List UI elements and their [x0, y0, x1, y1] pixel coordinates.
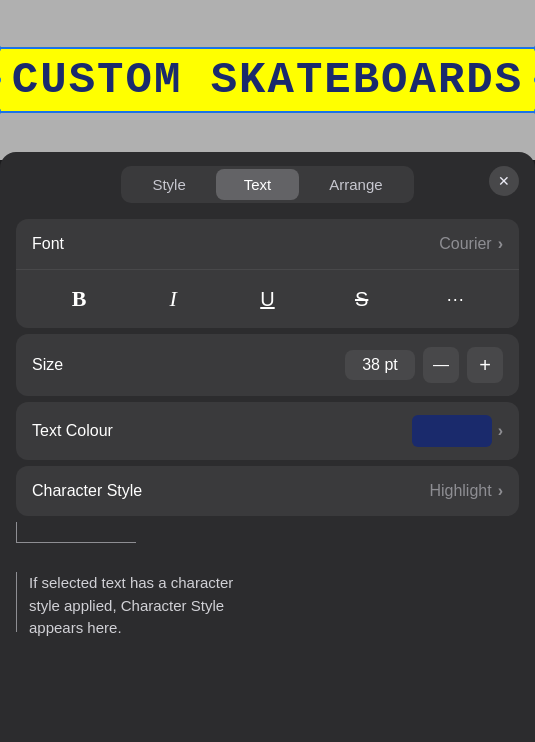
text-element[interactable]: CUSTOM SKATEBOARDS — [0, 47, 535, 113]
strikethrough-button[interactable]: S — [343, 280, 381, 318]
more-button[interactable]: ··· — [437, 280, 475, 318]
italic-icon: I — [170, 286, 177, 312]
bold-button[interactable]: B — [60, 280, 98, 318]
character-style-value: Highlight — [429, 482, 491, 500]
text-colour-chevron-icon: › — [498, 422, 503, 440]
annotation-text: If selected text has a characterstyle ap… — [29, 572, 233, 640]
character-style-row[interactable]: Character Style Highlight › — [16, 466, 519, 516]
tab-bar: Style Text Arrange ✕ — [0, 152, 535, 213]
font-section: Font Courier › B I U S ··· — [16, 219, 519, 328]
text-colour-row[interactable]: Text Colour › — [16, 402, 519, 460]
underline-button[interactable]: U — [248, 280, 286, 318]
handle-ml[interactable] — [0, 77, 1, 84]
bold-icon: B — [72, 286, 87, 312]
size-row: Size 38 pt — + — [16, 334, 519, 396]
text-selection-box: CUSTOM SKATEBOARDS — [0, 47, 535, 113]
font-chevron-icon: › — [498, 235, 503, 253]
tab-text[interactable]: Text — [216, 169, 300, 200]
size-value[interactable]: 38 pt — [345, 350, 415, 380]
italic-button[interactable]: I — [154, 280, 192, 318]
font-row[interactable]: Font Courier › — [16, 219, 519, 269]
annotation-vertical-line — [16, 572, 17, 632]
format-row: B I U S ··· — [16, 269, 519, 328]
more-icon: ··· — [447, 289, 465, 310]
font-value: Courier — [439, 235, 491, 253]
tab-group: Style Text Arrange — [121, 166, 413, 203]
vertical-connector — [16, 522, 17, 543]
strikethrough-icon: S — [355, 288, 368, 311]
character-style-chevron-icon: › — [498, 482, 503, 500]
handle-bl[interactable] — [0, 108, 1, 115]
horizontal-connector — [16, 542, 136, 543]
tab-arrange[interactable]: Arrange — [301, 169, 410, 200]
underline-icon: U — [260, 288, 274, 311]
size-decrease-button[interactable]: — — [423, 347, 459, 383]
close-button[interactable]: ✕ — [489, 166, 519, 196]
annotation-area: If selected text has a characterstyle ap… — [16, 572, 519, 640]
character-style-label: Character Style — [32, 482, 429, 500]
text-colour-label: Text Colour — [32, 422, 412, 440]
connector-area — [16, 522, 519, 562]
size-control: 38 pt — + — [345, 347, 503, 383]
text-colour-section: Text Colour › — [16, 402, 519, 460]
annotation-line-container: If selected text has a characterstyle ap… — [16, 572, 519, 640]
size-increase-button[interactable]: + — [467, 347, 503, 383]
color-swatch[interactable] — [412, 415, 492, 447]
handle-tl[interactable] — [0, 45, 1, 52]
format-panel: Style Text Arrange ✕ Font Courier › B I … — [0, 152, 535, 742]
tab-style[interactable]: Style — [124, 169, 213, 200]
font-label: Font — [32, 235, 439, 253]
canvas-text: CUSTOM SKATEBOARDS — [12, 55, 523, 105]
size-section: Size 38 pt — + — [16, 334, 519, 396]
character-style-section: Character Style Highlight › — [16, 466, 519, 516]
size-label: Size — [32, 356, 345, 374]
canvas-area: CUSTOM SKATEBOARDS — [0, 0, 535, 160]
